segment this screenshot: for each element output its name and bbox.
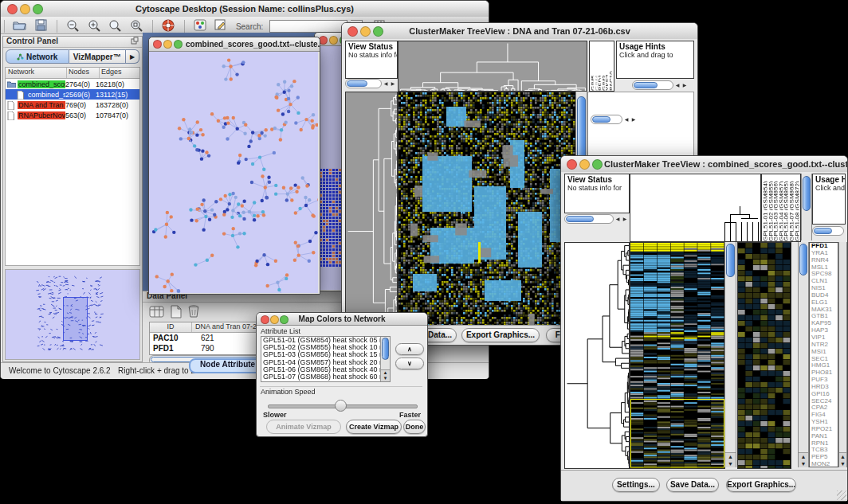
vizmapper-palette-icon[interactable] <box>191 19 209 33</box>
delete-attribute-trash-icon[interactable] <box>187 304 200 322</box>
zoom-button[interactable] <box>280 315 289 324</box>
float-panel-icon[interactable] <box>131 37 139 46</box>
network-table-row[interactable]: RNAPuberNov2+|563(0)107847(0) <box>6 110 139 120</box>
zoom-fit-icon[interactable] <box>107 19 124 33</box>
summary-vscrollbar[interactable]: ▲▼ <box>798 242 809 467</box>
network-window-1-titlebar[interactable]: combined_scores_good.txt--cluste... <box>149 37 320 52</box>
scroll-left-icon[interactable]: ◀ <box>623 115 630 123</box>
id-column-header[interactable]: ID <box>150 322 192 332</box>
network-view-1-canvas[interactable] <box>149 52 318 293</box>
gene-label[interactable]: MON2 <box>811 461 838 467</box>
column-label[interactable]: GPL51-08 (GSM872) <box>794 174 799 241</box>
attribute-list-vscroll-thumb[interactable] <box>382 338 389 360</box>
save-data-button[interactable]: Save Data... <box>666 478 719 492</box>
usage-hints-scrollbar[interactable]: ◀▶ <box>632 80 688 90</box>
main-titlebar[interactable]: Cytoscape Desktop (Session Name: collins… <box>1 1 489 18</box>
column-label[interactable]: GPL51-01 (GSM854) <box>762 174 768 241</box>
zoom-button[interactable] <box>373 26 383 37</box>
minimize-button[interactable] <box>163 40 172 49</box>
summary-scrollbar[interactable]: ◀▶ <box>591 115 637 124</box>
attribute-list-vscrollbar[interactable]: ▲▼ <box>380 337 390 381</box>
column-label[interactable]: GPL51-06 (GSM865) <box>783 174 788 241</box>
close-button[interactable] <box>347 26 358 37</box>
close-button[interactable] <box>153 40 162 49</box>
scroll-arrows[interactable]: ▲▼ <box>799 452 808 467</box>
minimize-button[interactable] <box>20 4 30 14</box>
settings-button[interactable]: Settings... <box>612 478 660 492</box>
help-lifering-icon[interactable] <box>159 19 177 33</box>
animate-vizmap-button[interactable]: Animate Vizmap <box>266 420 341 434</box>
search-input[interactable] <box>269 20 347 33</box>
scroll-arrows[interactable]: ▲▼ <box>839 452 846 467</box>
open-session-icon[interactable] <box>11 19 29 33</box>
view-status-scrollbar[interactable]: ◀▶ <box>564 214 628 224</box>
column-labels-vscrollbar[interactable] <box>801 174 812 240</box>
close-button[interactable] <box>567 159 577 170</box>
scroll-left-icon[interactable]: ◀ <box>614 215 621 223</box>
scroll-right-icon[interactable]: ▶ <box>630 115 637 123</box>
scroll-right-icon[interactable]: ▶ <box>390 80 396 88</box>
row-dendrogram-canvas[interactable] <box>564 242 630 469</box>
done-button[interactable]: Done <box>403 420 426 434</box>
network-table-row[interactable]: DNA and Tran 07769(0)183728(0) <box>6 100 139 110</box>
annotation-icon[interactable] <box>212 19 230 33</box>
gene-labels-vscrollbar[interactable]: ▲▼ <box>838 242 847 467</box>
export-graphics-button[interactable]: Export Graphics... <box>726 478 796 492</box>
heatmap-vscroll-thumb[interactable] <box>726 244 735 277</box>
attribute-select-icon[interactable] <box>149 305 165 322</box>
scroll-left-icon[interactable]: ◀ <box>674 81 681 89</box>
col-header-nodes[interactable]: Nodes <box>67 68 100 78</box>
scroll-right-icon[interactable]: ▶ <box>622 215 628 223</box>
birdseye-view-canvas[interactable] <box>6 270 139 359</box>
zoom-in-icon[interactable] <box>85 19 103 33</box>
minimize-button[interactable] <box>329 36 338 45</box>
minimize-button[interactable] <box>360 26 371 37</box>
scroll-left-icon[interactable]: ◀ <box>383 80 389 88</box>
zoom-button[interactable] <box>592 159 603 170</box>
summary-vscroll-thumb[interactable] <box>799 244 807 275</box>
column-label[interactable]: PAC10 <box>608 41 612 91</box>
resize-grip[interactable] <box>837 490 846 500</box>
zoom-button[interactable] <box>33 4 43 14</box>
new-attribute-icon[interactable] <box>170 305 183 322</box>
view-status-scrollbar[interactable]: ◀▶ <box>345 79 396 88</box>
treeview-combined-titlebar[interactable]: ClusterMaker TreeView : combined_scores_… <box>561 156 847 173</box>
network-table-row[interactable]: combined_scores_2764(0)16218(0) <box>6 79 139 89</box>
treeview-dna-titlebar[interactable]: ClusterMaker TreeView : DNA and Tran 07-… <box>342 23 697 40</box>
minimize-button[interactable] <box>270 315 279 324</box>
zoom-button[interactable] <box>174 40 183 49</box>
column-dendrogram-canvas[interactable] <box>630 174 761 242</box>
export-graphics-button[interactable]: Export Graphics... <box>461 328 540 342</box>
row-dendrogram-canvas[interactable] <box>345 92 398 327</box>
scroll-arrows[interactable]: ▲▼ <box>725 452 736 467</box>
close-button[interactable] <box>261 315 269 324</box>
scroll-right-icon[interactable]: ▶ <box>681 81 688 89</box>
move-up-button[interactable]: ∧ <box>395 343 424 355</box>
column-label[interactable]: GPL51-07 (GSM868) <box>788 174 794 241</box>
heatmap-vscrollbar[interactable]: ▲▼ <box>724 242 736 467</box>
map-dialog-titlebar[interactable]: Map Colors to Network <box>257 313 427 326</box>
animation-speed-slider-thumb[interactable] <box>335 400 347 412</box>
zoom-out-icon[interactable] <box>65 19 82 33</box>
tab-overflow-button[interactable]: ▶ <box>126 49 139 64</box>
tab-network[interactable]: Network <box>6 49 69 64</box>
main-heatmap-canvas[interactable] <box>398 92 576 327</box>
tab-vizmapper[interactable]: VizMapper™ <box>69 49 126 64</box>
column-label[interactable]: GPL51-03 (GSM856) <box>772 174 778 241</box>
move-down-button[interactable]: ∨ <box>395 357 424 369</box>
column-label[interactable]: GIM5 <box>590 41 594 91</box>
attribute-listbox[interactable]: GPL51-01 (GSM854) heat shock 05 minGPL51… <box>261 336 391 382</box>
close-button[interactable] <box>7 4 18 14</box>
column-dendrogram-canvas[interactable] <box>398 41 587 92</box>
usage-hints-scrollbar[interactable] <box>812 226 844 236</box>
summary-heatmap-canvas[interactable] <box>737 242 791 469</box>
minimize-button[interactable] <box>579 159 590 170</box>
scroll-arrows[interactable]: ▲▼ <box>381 369 390 381</box>
create-vizmap-button[interactable]: Create Vizmap <box>346 420 402 434</box>
network-table-row[interactable]: combined_sco2569(6)13112(15) <box>6 89 139 100</box>
col-header-edges[interactable]: Edges <box>100 68 139 78</box>
zoom-selected-icon[interactable] <box>128 19 145 33</box>
vscroll-thumb[interactable] <box>803 176 811 211</box>
save-session-icon[interactable] <box>33 19 50 33</box>
main-heatmap-canvas[interactable] <box>630 242 725 469</box>
